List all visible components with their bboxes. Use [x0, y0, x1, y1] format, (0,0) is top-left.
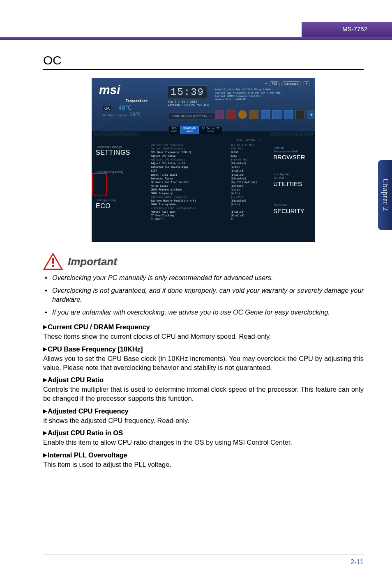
- setting-name: DRAM Frequency: [151, 191, 231, 195]
- setting-name: Intel Turbo Boost: [151, 173, 231, 177]
- bios-setting-row[interactable]: Adjust CPU RatioAuto: [151, 154, 270, 158]
- nav-energy[interactable]: Energy saving: [97, 199, 149, 202]
- triangle-icon: ▶: [43, 430, 47, 436]
- setting-name: DRAM Reference Clock: [151, 188, 231, 191]
- screenshot-button[interactable]: F12: [269, 81, 280, 86]
- bios-setting-row[interactable]: Internal PLL Overvoltage[Auto]: [151, 165, 270, 169]
- setting-value: 1333 MHz: [231, 147, 270, 150]
- boot-device-icon[interactable]: [215, 110, 224, 119]
- bios-setting-row: Adjusted DRAM Frequency1333 MHz: [151, 195, 270, 199]
- sys-label: Mainboard System: [103, 114, 127, 117]
- setting-value: 3400.00 MHz: [231, 158, 270, 161]
- setting-value: [Auto]: [231, 191, 270, 195]
- nav-eco[interactable]: ECO: [96, 202, 149, 210]
- setting-name: OC Genie Function Control: [151, 180, 231, 184]
- bios-setting-row: Advanced DRAM Configuration: [151, 206, 270, 210]
- setting-name: Internal PLL Overvoltage: [151, 165, 231, 169]
- boot-device-icon[interactable]: [295, 110, 304, 119]
- bullet-item: If you are unfamiliar with overclocking,…: [43, 308, 364, 317]
- warning-icon: [43, 253, 63, 270]
- bios-setting-row[interactable]: DRAM Reference Clock[Auto]: [151, 188, 270, 191]
- bios-settings-table: Current CPU Frequency100.00 X 34 MHzCurr…: [151, 143, 270, 221]
- setting-value: [Default]: [231, 184, 270, 188]
- setting-name: DRAM Timing Mode: [151, 202, 231, 206]
- setting-value: 100.00 X 34 MHz: [231, 143, 270, 147]
- setting-name: CPU Base Frequency [10KHz]: [151, 150, 231, 154]
- setting-value: [Auto]: [231, 202, 270, 206]
- setting-name: Adjust CPU Ratio in OS: [151, 161, 231, 165]
- temperature-panel: Temperature CPU 48℃ Mainboard System 28℃: [103, 99, 148, 117]
- bios-setting-row[interactable]: DRAM Frequency[Auto]: [151, 191, 270, 195]
- important-label: Important: [68, 255, 117, 268]
- nav-password: Password: [274, 204, 315, 207]
- nav-mainboard[interactable]: Mainboard settings: [97, 145, 149, 148]
- nav-security[interactable]: SECURITY: [273, 207, 315, 214]
- page-footer: 2-11: [43, 554, 364, 566]
- setting-name: GT OverClocking: [151, 214, 231, 217]
- document-id: MS-7752: [342, 25, 367, 32]
- sys-temp: 28℃: [130, 112, 141, 117]
- nav-utilities[interactable]: UTILITIES: [273, 180, 315, 187]
- bios-setting-row[interactable]: My OC Genie[Default]: [151, 184, 270, 188]
- page-number: 2-11: [350, 558, 364, 565]
- usb-slot-icon[interactable]: [272, 110, 281, 119]
- setting-name: My OC Genie: [151, 184, 231, 188]
- bios-header: msi Temperature CPU 48℃ Mainboard System…: [92, 78, 315, 131]
- nav-mflash: M-Flash: [274, 177, 315, 179]
- nav-overclocking[interactable]: Overclocking setting: [97, 170, 149, 173]
- setting-value: 10000: [231, 150, 270, 154]
- boot-device-icons: +: [215, 110, 315, 119]
- plus-icon[interactable]: +: [307, 110, 315, 119]
- bios-setting-row[interactable]: EIST[Enabled]: [151, 169, 270, 172]
- sysinfo-mem: Memory Size : 2048 MB: [215, 98, 282, 101]
- section-body: These items show the current clocks of C…: [43, 332, 364, 341]
- setting-value: [Enabled]: [231, 214, 270, 217]
- nav-messaging: Message and Mail: [274, 150, 315, 153]
- triangle-icon: ▶: [43, 324, 47, 330]
- cpu-temp: 48℃: [118, 104, 132, 111]
- svg-rect-2: [52, 265, 54, 267]
- usb-slot-icon[interactable]: [284, 110, 293, 119]
- nav-browser[interactable]: BROWSER: [273, 154, 315, 161]
- setting-name: Adjusted DRAM Frequency: [151, 195, 231, 199]
- bullet-item: Overclocking your PC manually is only re…: [43, 273, 364, 282]
- usb-slot-icon[interactable]: [261, 110, 270, 119]
- section-body: Allows you to set the CPU Base clock (in…: [43, 354, 364, 372]
- setting-value: 1333 MHz: [231, 195, 270, 199]
- nav-internet: Internet: [274, 146, 315, 149]
- language-button[interactable]: Language: [281, 81, 301, 86]
- setting-value: [231, 206, 270, 210]
- nav-settings[interactable]: SETTINGS: [96, 149, 149, 156]
- setting-value: [Auto]: [231, 165, 270, 169]
- bios-setting-row[interactable]: Extreme Memory Profile(X.M.P)[Disabled]: [151, 199, 270, 202]
- close-button[interactable]: X: [303, 81, 310, 86]
- bios-setting-row[interactable]: Intel Turbo Boost[Enabled]: [151, 173, 270, 177]
- boot-device-icon[interactable]: [226, 110, 235, 119]
- bios-setting-row[interactable]: GT OverClocking[Enabled]: [151, 214, 270, 217]
- section-body: This item is used to adjust the PLL volt…: [43, 460, 364, 469]
- msi-logo: msi: [99, 83, 120, 97]
- setting-value: 23: [231, 217, 270, 221]
- setting-name: Advanced DRAM Configuration: [151, 206, 231, 210]
- bios-setting-row[interactable]: Enhanced Turbo[Disabled]: [151, 177, 270, 180]
- bios-setting-row[interactable]: CPU Base Frequency [10KHz]10000: [151, 150, 270, 154]
- triangle-icon: ▶: [43, 408, 47, 414]
- bios-setting-row[interactable]: OC Genie Function Control[By BIOS Option…: [151, 180, 270, 184]
- boot-device-icon[interactable]: [249, 110, 258, 119]
- setting-value: [Disabled]: [231, 177, 270, 180]
- bios-setting-row[interactable]: DRAM Timing Mode[Auto]: [151, 202, 270, 206]
- chapter-tab: Chapter 2: [378, 160, 392, 230]
- nav-liveupdate: Live Update: [274, 173, 315, 176]
- setting-name: Memory Fast Boot: [151, 210, 231, 214]
- setting-value: [By BIOS Options]: [231, 180, 270, 184]
- system-info: Intel(R) Core(TM) i5-3570 CPU @ 3.40GHz …: [215, 88, 282, 101]
- bios-setting-row[interactable]: Adjust CPU Ratio in OS[Disabled]: [151, 161, 270, 165]
- bios-time: 15:39: [168, 85, 207, 99]
- setting-name: EIST: [151, 169, 231, 172]
- setting-value: [Disabled]: [231, 199, 270, 202]
- bios-setting-row[interactable]: GT Ratio23: [151, 217, 270, 221]
- setting-value: Auto: [231, 154, 270, 158]
- bios-setting-row[interactable]: Memory Fast Boot[Enabled]: [151, 210, 270, 214]
- boot-device-icon[interactable]: [238, 110, 247, 119]
- setting-value: [Enabled]: [231, 173, 270, 177]
